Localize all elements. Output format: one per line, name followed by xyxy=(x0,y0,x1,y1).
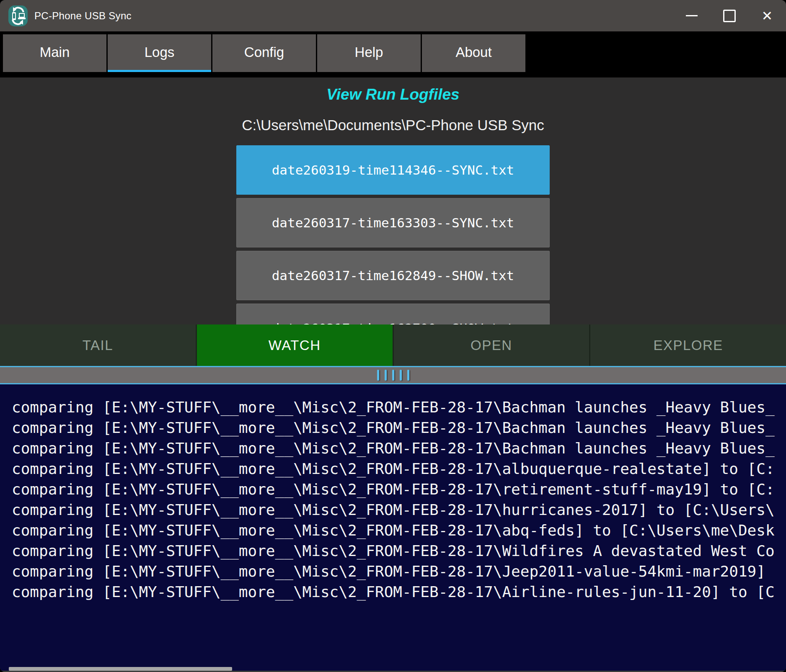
pane-splitter[interactable] xyxy=(0,366,786,384)
maximize-button[interactable] xyxy=(711,0,748,31)
log-output-terminal: comparing [E:\MY-STUFF\__more__\Misc\2_F… xyxy=(0,384,786,671)
tab-about[interactable]: About xyxy=(422,34,525,72)
log-line: comparing [E:\MY-STUFF\__more__\Misc\2_F… xyxy=(12,438,786,458)
splitter-grip-icon xyxy=(407,370,409,381)
log-line: comparing [E:\MY-STUFF\__more__\Misc\2_F… xyxy=(12,541,786,561)
tab-bar: Main Logs Config Help About xyxy=(0,31,786,77)
app-window: PC-Phone USB Sync ✕ Main Logs Config Hel… xyxy=(0,0,786,672)
logfile-item[interactable]: date260317-time163303--SYNC.txt xyxy=(236,198,550,247)
tab-config[interactable]: Config xyxy=(212,34,316,72)
splitter-grip-icon xyxy=(392,370,394,381)
splitter-grip-icon xyxy=(377,370,379,381)
splitter-grip-icon xyxy=(400,370,402,381)
log-line: comparing [E:\MY-STUFF\__more__\Misc\2_F… xyxy=(12,582,786,602)
log-line: comparing [E:\MY-STUFF\__more__\Misc\2_F… xyxy=(12,397,786,417)
window-controls: ✕ xyxy=(673,0,786,31)
log-line: comparing [E:\MY-STUFF\__more__\Misc\2_F… xyxy=(12,458,786,479)
explore-button[interactable]: EXPLORE xyxy=(590,324,786,366)
close-button[interactable]: ✕ xyxy=(748,0,786,31)
splitter-grip-icon xyxy=(385,370,387,381)
horizontal-scrollbar-thumb[interactable] xyxy=(9,667,232,671)
window-title: PC-Phone USB Sync xyxy=(34,10,132,22)
log-line: comparing [E:\MY-STUFF\__more__\Misc\2_F… xyxy=(12,520,786,541)
logfile-item[interactable]: date260317-time162849--SHOW.txt xyxy=(236,251,550,300)
logfile-folder-path: C:\Users\me\Documents\PC-Phone USB Sync xyxy=(0,117,786,134)
open-button[interactable]: OPEN xyxy=(394,324,590,366)
tab-logs[interactable]: Logs xyxy=(108,34,211,72)
log-line: comparing [E:\MY-STUFF\__more__\Misc\2_F… xyxy=(12,479,786,499)
close-icon: ✕ xyxy=(762,9,773,23)
watch-button[interactable]: WATCH xyxy=(197,324,393,366)
title-bar: PC-Phone USB Sync ✕ xyxy=(0,0,786,31)
logfile-item[interactable]: date260319-time114346--SYNC.txt xyxy=(236,145,550,195)
tab-help[interactable]: Help xyxy=(317,34,421,72)
minimize-button[interactable] xyxy=(673,0,711,31)
tab-main[interactable]: Main xyxy=(3,34,106,72)
logfile-action-bar: TAIL WATCH OPEN EXPLORE xyxy=(0,324,786,366)
logfile-item[interactable]: date260317-time162700--SHOW.txt xyxy=(236,304,550,324)
app-sync-icon xyxy=(8,5,28,27)
maximize-icon xyxy=(723,10,736,22)
tail-button[interactable]: TAIL xyxy=(0,324,196,366)
minimize-icon xyxy=(686,15,698,16)
log-line: comparing [E:\MY-STUFF\__more__\Misc\2_F… xyxy=(12,417,786,438)
logfile-list: date260319-time114346--SYNC.txt date2603… xyxy=(236,145,550,324)
log-line: comparing [E:\MY-STUFF\__more__\Misc\2_F… xyxy=(12,561,786,582)
log-line: comparing [E:\MY-STUFF\__more__\Misc\2_F… xyxy=(12,499,786,520)
logs-panel: View Run Logfiles C:\Users\me\Documents\… xyxy=(0,77,786,324)
page-title: View Run Logfiles xyxy=(0,86,786,103)
